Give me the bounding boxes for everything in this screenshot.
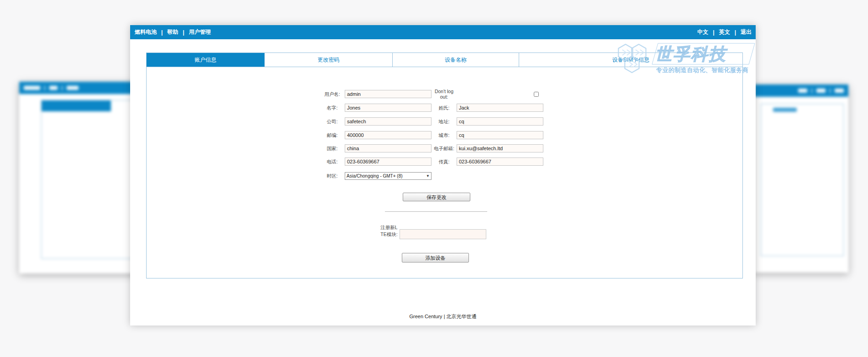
- separator: [44, 86, 45, 90]
- form-row-company: 公司: 地址:: [320, 117, 543, 126]
- form-row-country: 国家: 电子邮箱:: [320, 144, 543, 153]
- timezone-label: 时区:: [320, 173, 345, 178]
- register-lte-label: 注册新LTE模块:: [379, 224, 399, 238]
- company-input[interactable]: [345, 117, 431, 126]
- address-label: 地址:: [431, 119, 457, 124]
- top-menu-bar: 燃料电池 | 帮助 | 用户管理 中文 | 英文 | 退出: [130, 25, 756, 39]
- form-row-name: 名字: 姓氏:: [320, 103, 543, 112]
- city-input[interactable]: [457, 131, 543, 139]
- footer-text: Green Century | 北京光华世通: [130, 313, 756, 320]
- address-input[interactable]: [457, 117, 543, 126]
- separator: [811, 89, 812, 93]
- section-divider: [385, 211, 487, 212]
- blurred-text: [49, 86, 58, 90]
- menu-item-help[interactable]: 帮助: [166, 28, 179, 36]
- menu-right-group: 中文 | 英文 | 退出: [696, 28, 756, 36]
- register-lte-input[interactable]: [400, 229, 486, 239]
- blurred-text: [816, 89, 826, 93]
- form-row-username: 用户名: Don't log out:: [320, 89, 543, 99]
- dont-log-out-cell: [457, 90, 543, 98]
- timezone-selected-value: Asia/Chongqing - GMT+ (8): [347, 173, 403, 178]
- blurred-text: [67, 86, 79, 90]
- dont-log-out-label: Don't log out:: [431, 89, 457, 100]
- tab-device-name[interactable]: 设备名称: [393, 53, 519, 67]
- form-row-zip: 邮编: 城市:: [320, 131, 543, 140]
- company-label: 公司:: [320, 119, 345, 124]
- chevron-down-icon: ▼: [426, 174, 430, 178]
- separator: [830, 89, 831, 93]
- menu-separator: |: [709, 29, 718, 36]
- main-window: 燃料电池 | 帮助 | 用户管理 中文 | 英文 | 退出 账户信息 更改密码 …: [130, 25, 756, 326]
- menu-separator: |: [731, 29, 740, 36]
- menu-item-fuel-cell[interactable]: 燃料电池: [134, 28, 158, 36]
- background-menubar: [754, 84, 848, 97]
- last-name-label: 姓氏:: [431, 105, 457, 110]
- country-input[interactable]: [345, 144, 431, 152]
- zip-input[interactable]: [345, 131, 431, 139]
- fax-label: 传真:: [431, 159, 457, 164]
- background-active-tab: [42, 100, 111, 111]
- phone-label: 电话:: [320, 159, 345, 164]
- zip-label: 邮编:: [320, 132, 345, 138]
- menu-item-logout[interactable]: 退出: [740, 28, 752, 36]
- blurred-text: [24, 86, 40, 90]
- menu-item-chinese[interactable]: 中文: [696, 28, 709, 36]
- tab-device-sim-info[interactable]: 设备SIM卡信息: [519, 53, 742, 67]
- menu-separator: |: [179, 29, 188, 36]
- fax-input[interactable]: [457, 158, 543, 166]
- city-label: 城市:: [431, 132, 457, 138]
- tab-strip: 账户信息 更改密码 设备名称 设备SIM卡信息: [147, 53, 742, 67]
- save-changes-button[interactable]: 保存更改: [403, 193, 470, 201]
- menu-item-english[interactable]: 英文: [718, 28, 731, 36]
- menu-item-user-management[interactable]: 用户管理: [188, 28, 212, 36]
- username-label: 用户名:: [320, 91, 345, 97]
- timezone-select[interactable]: Asia/Chongqing - GMT+ (8) ▼: [345, 172, 431, 180]
- email-label: 电子邮箱:: [431, 146, 457, 151]
- tab-change-password[interactable]: 更改密码: [265, 53, 393, 67]
- dont-log-out-checkbox[interactable]: [534, 92, 539, 97]
- add-device-button[interactable]: 添加设备: [402, 253, 469, 262]
- menu-left-group: 燃料电池 | 帮助 | 用户管理: [130, 28, 212, 36]
- blurred-text: [798, 89, 807, 93]
- blurred-tab-text: [773, 108, 797, 112]
- country-label: 国家:: [320, 146, 345, 151]
- menu-separator: |: [158, 29, 166, 36]
- blurred-text: [835, 89, 844, 93]
- phone-input[interactable]: [345, 158, 431, 166]
- tab-account-info[interactable]: 账户信息: [147, 53, 265, 67]
- separator: [62, 86, 63, 90]
- username-input[interactable]: [345, 90, 431, 98]
- last-name-input[interactable]: [457, 104, 543, 112]
- first-name-label: 名字:: [320, 105, 345, 110]
- first-name-input[interactable]: [345, 104, 431, 112]
- email-input[interactable]: [457, 144, 543, 152]
- form-row-timezone: 时区: Asia/Chongqing - GMT+ (8) ▼: [320, 171, 431, 180]
- background-window-right: [754, 84, 848, 273]
- background-panel: [761, 104, 844, 256]
- form-row-phone: 电话: 传真:: [320, 157, 543, 166]
